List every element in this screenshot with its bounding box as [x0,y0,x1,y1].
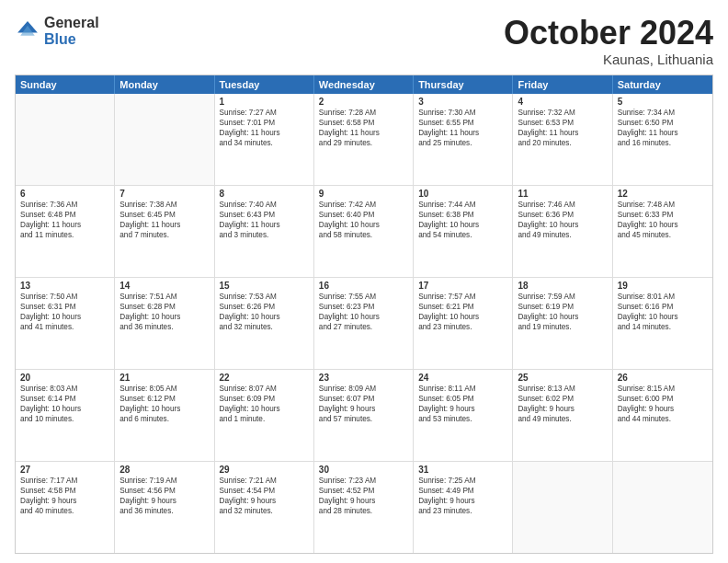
calendar-header: SundayMondayTuesdayWednesdayThursdayFrid… [16,75,712,94]
day-number: 10 [418,189,507,199]
header-day-saturday: Saturday [613,75,712,94]
page: General Blue October 2024 Kaunas, Lithua… [0,0,728,563]
cell-text: Sunrise: 7:42 AMSunset: 6:40 PMDaylight:… [319,200,408,240]
header-day-friday: Friday [513,75,612,94]
day-number: 19 [618,281,708,291]
cell-text: Sunrise: 7:30 AMSunset: 6:55 PMDaylight:… [418,108,507,148]
calendar-cell [115,94,214,185]
day-number: 2 [319,97,408,107]
cell-text: Sunrise: 7:23 AMSunset: 4:52 PMDaylight:… [319,476,408,516]
cell-text: Sunrise: 8:15 AMSunset: 6:00 PMDaylight:… [618,384,708,424]
calendar-cell: 20Sunrise: 8:03 AMSunset: 6:14 PMDayligh… [16,370,115,461]
header-day-wednesday: Wednesday [314,75,414,94]
cell-text: Sunrise: 7:40 AMSunset: 6:43 PMDaylight:… [220,200,309,240]
calendar-cell: 22Sunrise: 8:07 AMSunset: 6:09 PMDayligh… [215,370,314,461]
day-number: 23 [319,373,408,383]
cell-text: Sunrise: 7:38 AMSunset: 6:45 PMDaylight:… [119,200,209,240]
day-number: 31 [418,465,507,475]
day-number: 12 [618,189,708,199]
day-number: 16 [319,281,408,291]
logo-general: General [44,15,99,31]
cell-text: Sunrise: 7:46 AMSunset: 6:36 PMDaylight:… [518,200,607,240]
cell-text: Sunrise: 8:07 AMSunset: 6:09 PMDaylight:… [220,384,309,424]
day-number: 24 [418,373,507,383]
calendar-row-3: 20Sunrise: 8:03 AMSunset: 6:14 PMDayligh… [16,369,712,461]
day-number: 11 [518,189,607,199]
calendar-cell: 10Sunrise: 7:44 AMSunset: 6:38 PMDayligh… [414,186,513,277]
logo: General Blue [15,15,99,47]
day-number: 20 [20,373,109,383]
cell-text: Sunrise: 7:28 AMSunset: 6:58 PMDaylight:… [319,108,408,148]
calendar-row-0: 1Sunrise: 7:27 AMSunset: 7:01 PMDaylight… [16,94,712,185]
day-number: 22 [220,373,309,383]
header: General Blue October 2024 Kaunas, Lithua… [15,15,713,67]
location: Kaunas, Lithuania [504,52,713,67]
title-block: October 2024 Kaunas, Lithuania [504,15,713,67]
day-number: 28 [119,465,209,475]
calendar-cell: 29Sunrise: 7:21 AMSunset: 4:54 PMDayligh… [215,462,314,553]
day-number: 26 [618,373,708,383]
calendar-cell [613,462,712,553]
day-number: 4 [518,97,607,107]
calendar-cell: 7Sunrise: 7:38 AMSunset: 6:45 PMDaylight… [115,186,214,277]
calendar-cell: 3Sunrise: 7:30 AMSunset: 6:55 PMDaylight… [414,94,513,185]
calendar-cell [16,94,115,185]
day-number: 30 [319,465,408,475]
calendar-cell: 11Sunrise: 7:46 AMSunset: 6:36 PMDayligh… [513,186,612,277]
cell-text: Sunrise: 7:44 AMSunset: 6:38 PMDaylight:… [418,200,507,240]
logo-blue: Blue [44,31,99,48]
day-number: 17 [418,281,507,291]
cell-text: Sunrise: 7:57 AMSunset: 6:21 PMDaylight:… [418,292,507,332]
calendar: SundayMondayTuesdayWednesdayThursdayFrid… [15,75,713,554]
day-number: 7 [119,189,209,199]
logo-text: General Blue [44,15,99,47]
cell-text: Sunrise: 7:34 AMSunset: 6:50 PMDaylight:… [618,108,708,148]
cell-text: Sunrise: 7:19 AMSunset: 4:56 PMDaylight:… [119,476,209,516]
calendar-cell: 14Sunrise: 7:51 AMSunset: 6:28 PMDayligh… [115,278,214,369]
day-number: 1 [220,97,309,107]
day-number: 27 [20,465,109,475]
day-number: 25 [518,373,607,383]
calendar-cell: 23Sunrise: 8:09 AMSunset: 6:07 PMDayligh… [314,370,414,461]
cell-text: Sunrise: 7:17 AMSunset: 4:58 PMDaylight:… [20,476,109,516]
day-number: 15 [220,281,309,291]
cell-text: Sunrise: 8:09 AMSunset: 6:07 PMDaylight:… [319,384,408,424]
calendar-cell: 30Sunrise: 7:23 AMSunset: 4:52 PMDayligh… [314,462,414,553]
header-day-tuesday: Tuesday [215,75,314,94]
calendar-cell: 16Sunrise: 7:55 AMSunset: 6:23 PMDayligh… [314,278,414,369]
cell-text: Sunrise: 7:50 AMSunset: 6:31 PMDaylight:… [20,292,109,332]
calendar-cell: 5Sunrise: 7:34 AMSunset: 6:50 PMDaylight… [613,94,712,185]
calendar-cell: 12Sunrise: 7:48 AMSunset: 6:33 PMDayligh… [613,186,712,277]
cell-text: Sunrise: 7:32 AMSunset: 6:53 PMDaylight:… [518,108,607,148]
calendar-cell: 31Sunrise: 7:25 AMSunset: 4:49 PMDayligh… [414,462,513,553]
cell-text: Sunrise: 7:53 AMSunset: 6:26 PMDaylight:… [220,292,309,332]
header-day-thursday: Thursday [414,75,513,94]
calendar-cell: 15Sunrise: 7:53 AMSunset: 6:26 PMDayligh… [215,278,314,369]
cell-text: Sunrise: 7:21 AMSunset: 4:54 PMDaylight:… [220,476,309,516]
day-number: 21 [119,373,209,383]
calendar-cell: 21Sunrise: 8:05 AMSunset: 6:12 PMDayligh… [115,370,214,461]
calendar-cell: 6Sunrise: 7:36 AMSunset: 6:48 PMDaylight… [16,186,115,277]
calendar-cell: 17Sunrise: 7:57 AMSunset: 6:21 PMDayligh… [414,278,513,369]
logo-icon [15,18,40,44]
calendar-cell [513,462,612,553]
cell-text: Sunrise: 7:25 AMSunset: 4:49 PMDaylight:… [418,476,507,516]
calendar-cell: 26Sunrise: 8:15 AMSunset: 6:00 PMDayligh… [613,370,712,461]
calendar-row-4: 27Sunrise: 7:17 AMSunset: 4:58 PMDayligh… [16,461,712,553]
calendar-cell: 13Sunrise: 7:50 AMSunset: 6:31 PMDayligh… [16,278,115,369]
calendar-cell: 24Sunrise: 8:11 AMSunset: 6:05 PMDayligh… [414,370,513,461]
day-number: 29 [220,465,309,475]
calendar-cell: 19Sunrise: 8:01 AMSunset: 6:16 PMDayligh… [613,278,712,369]
header-day-sunday: Sunday [16,75,115,94]
day-number: 5 [618,97,708,107]
cell-text: Sunrise: 8:01 AMSunset: 6:16 PMDaylight:… [618,292,708,332]
day-number: 18 [518,281,607,291]
month-title: October 2024 [504,15,713,52]
cell-text: Sunrise: 7:36 AMSunset: 6:48 PMDaylight:… [20,200,109,240]
cell-text: Sunrise: 8:13 AMSunset: 6:02 PMDaylight:… [518,384,607,424]
day-number: 9 [319,189,408,199]
calendar-cell: 18Sunrise: 7:59 AMSunset: 6:19 PMDayligh… [513,278,612,369]
cell-text: Sunrise: 8:03 AMSunset: 6:14 PMDaylight:… [20,384,109,424]
cell-text: Sunrise: 8:05 AMSunset: 6:12 PMDaylight:… [119,384,209,424]
calendar-row-1: 6Sunrise: 7:36 AMSunset: 6:48 PMDaylight… [16,185,712,277]
